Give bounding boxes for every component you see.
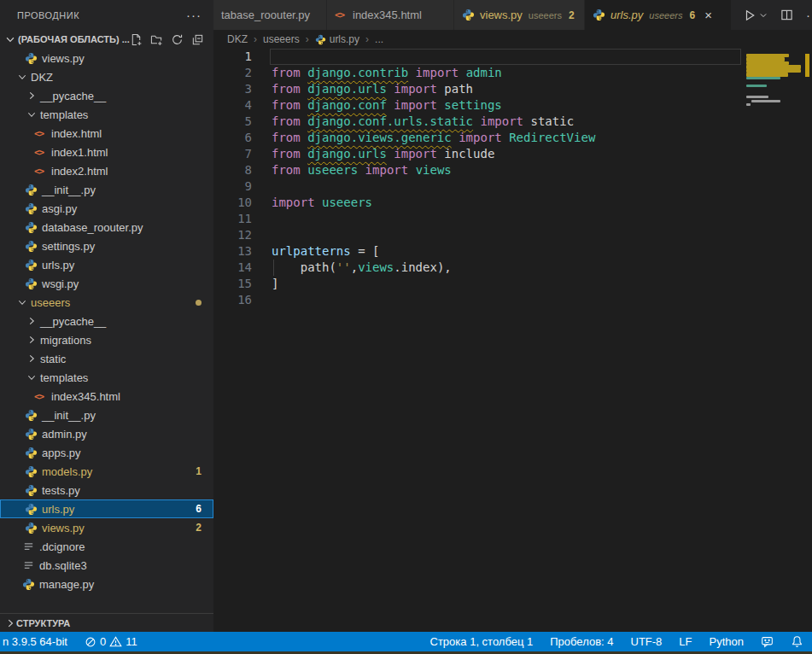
new-folder-button[interactable]: [150, 33, 163, 46]
more-actions-button[interactable]: ···: [806, 8, 812, 22]
code-line-1[interactable]: 1: [213, 49, 745, 65]
tree-item-models.py[interactable]: models.py1: [0, 462, 213, 481]
code-line-7[interactable]: 7from django.urls import include: [213, 146, 745, 162]
tree-item-admin.py[interactable]: admin.py: [0, 424, 213, 443]
code-line-15[interactable]: 15]: [213, 276, 745, 292]
tree-item-index345.html[interactable]: <>index345.html: [0, 387, 213, 406]
language-mode-item[interactable]: Python: [710, 635, 744, 648]
tree-item-label: index345.html: [51, 390, 120, 403]
code-line-text: from django.views.generic import Redirec…: [272, 130, 595, 146]
line-number: 8: [213, 162, 252, 178]
tree-item-tests.py[interactable]: tests.py: [0, 481, 213, 499]
tab-views.py[interactable]: views.pyuseeers2: [454, 0, 585, 30]
tree-item-__init__.py[interactable]: __init__.py: [0, 406, 213, 424]
code-line-6[interactable]: 6from django.views.generic import Redire…: [213, 130, 745, 146]
code-line-2[interactable]: 2from django.contrib import admin: [213, 65, 745, 81]
file-tree: views.pyDKZ__pycache__templates<>index.h…: [0, 49, 213, 613]
tree-folder-static[interactable]: static: [0, 349, 213, 368]
breadcrumb-item-DKZ[interactable]: DKZ: [227, 33, 248, 45]
tree-folder-migrations[interactable]: migrations: [0, 330, 213, 349]
code-line-16[interactable]: 16: [213, 292, 745, 308]
minimap-line: [751, 100, 780, 102]
line-number: 9: [213, 178, 252, 195]
breadcrumb-item-urls.py[interactable]: urls.py: [315, 33, 359, 45]
new-file-button[interactable]: [130, 33, 143, 46]
code-line-9[interactable]: 9: [213, 178, 745, 195]
tree-item-urls.py[interactable]: urls.py: [0, 255, 213, 274]
tree-item-label: templates: [40, 108, 88, 121]
minimap[interactable]: [745, 49, 803, 632]
cursor-position-item[interactable]: Строка 1, столбец 1: [430, 635, 534, 648]
html-file-icon: <>: [34, 166, 49, 177]
refresh-icon[interactable]: [171, 33, 184, 46]
status-bar-right: Строка 1, столбец 1 Пробелов: 4 UTF-8 LF…: [430, 635, 803, 648]
tree-folder-__pycache__[interactable]: __pycache__: [0, 86, 213, 105]
code-line-11[interactable]: 11: [213, 211, 745, 227]
tab-problems-badge: 6: [689, 9, 695, 21]
eol-item[interactable]: LF: [679, 635, 692, 648]
tree-item-wsgi.py[interactable]: wsgi.py: [0, 274, 213, 293]
tree-item-index1.html[interactable]: <>index1.html: [0, 143, 213, 161]
tree-item-label: __pycache__: [40, 90, 106, 102]
tree-item-db.sqlite3[interactable]: db.sqlite3: [0, 556, 213, 575]
tree-folder-DKZ[interactable]: DKZ: [0, 67, 213, 86]
code-line-4[interactable]: 4from django.conf import settings: [213, 97, 745, 114]
feedback-icon[interactable]: [761, 635, 774, 648]
problems-item[interactable]: 0 11: [85, 635, 137, 648]
line-number: 12: [213, 227, 252, 243]
tree-folder-useeers[interactable]: useeers: [0, 293, 213, 312]
tree-item-views.py[interactable]: views.py2: [0, 518, 213, 537]
code-line-5[interactable]: 5from django.conf.urls.static import sta…: [213, 114, 745, 130]
minimap-line: [746, 57, 785, 61]
code-line-12[interactable]: 12: [213, 227, 745, 243]
tab-index345.html[interactable]: <>index345.html: [327, 0, 454, 30]
split-editor-button[interactable]: [780, 9, 793, 21]
minimap-line: [746, 96, 768, 98]
tree-item-apps.py[interactable]: apps.py: [0, 443, 213, 462]
line-number: 14: [213, 260, 252, 276]
tree-item-settings.py[interactable]: settings.py: [0, 236, 213, 255]
code-line-14[interactable]: 14 path('',views.index),: [213, 260, 745, 276]
outline-section-header[interactable]: СТРУКТУРА: [0, 613, 213, 632]
tree-item-__init__.py[interactable]: __init__.py: [0, 180, 213, 199]
html-file-icon: <>: [34, 128, 47, 139]
workspace-section-header[interactable]: (РАБОЧАЯ ОБЛАСТЬ) ...: [0, 30, 213, 49]
chevron-down-icon: [759, 11, 768, 20]
indentation-item[interactable]: Пробелов: 4: [550, 635, 613, 648]
code-line-8[interactable]: 8from useeers import views: [213, 162, 745, 178]
tab-urls.py[interactable]: urls.pyuseeers6×: [585, 0, 732, 30]
python-file-icon: [25, 522, 39, 534]
run-python-file-button[interactable]: [743, 9, 768, 22]
tree-item-database_roouter.py[interactable]: database_roouter.py: [0, 218, 213, 236]
line-number: 6: [213, 130, 252, 146]
collapse-folders-button[interactable]: [191, 33, 204, 46]
tree-item-index2.html[interactable]: <>index2.html: [0, 161, 213, 180]
tree-item-manage.py[interactable]: manage.py: [0, 575, 213, 593]
close-icon[interactable]: ×: [704, 9, 712, 21]
tree-folder-templates[interactable]: templates: [0, 368, 213, 387]
code-line-text: ]: [272, 276, 278, 292]
outline-section-label: СТРУКТУРА: [16, 618, 70, 628]
code-line-10[interactable]: 10import useeers: [213, 195, 745, 211]
tree-item-asgi.py[interactable]: asgi.py: [0, 199, 213, 218]
html-file-icon: <>: [34, 147, 49, 158]
tree-folder-templates[interactable]: templates: [0, 105, 213, 124]
tab-tabase_roouter.py[interactable]: tabase_roouter.py: [213, 0, 327, 30]
python-interpreter-item[interactable]: n 3.9.5 64-bit: [3, 635, 67, 648]
tab-label: urls.py: [610, 9, 643, 21]
tree-folder-__pycache__[interactable]: __pycache__: [0, 312, 213, 330]
explorer-more-actions-button[interactable]: ···: [186, 8, 202, 22]
breadcrumb-item-...[interactable]: ...: [375, 33, 383, 45]
breadcrumb-item-useeers[interactable]: useeers: [263, 33, 300, 45]
tree-item-.dcignore[interactable]: .dcignore: [0, 537, 213, 556]
tree-item-views.py[interactable]: views.py: [0, 49, 213, 67]
code-line-13[interactable]: 13urlpatterns = [: [213, 243, 745, 260]
code-editor[interactable]: 12from django.contrib import admin3from …: [213, 49, 745, 632]
tree-item-label: templates: [40, 371, 88, 384]
encoding-item[interactable]: UTF-8: [631, 635, 663, 648]
notifications-bell-icon[interactable]: [791, 635, 803, 648]
code-line-3[interactable]: 3from django.urls import path: [213, 81, 745, 97]
tree-item-urls.py[interactable]: urls.py6: [0, 499, 213, 518]
tree-item-label: urls.py: [42, 259, 74, 272]
tree-item-index.html[interactable]: <>index.html: [0, 124, 213, 143]
